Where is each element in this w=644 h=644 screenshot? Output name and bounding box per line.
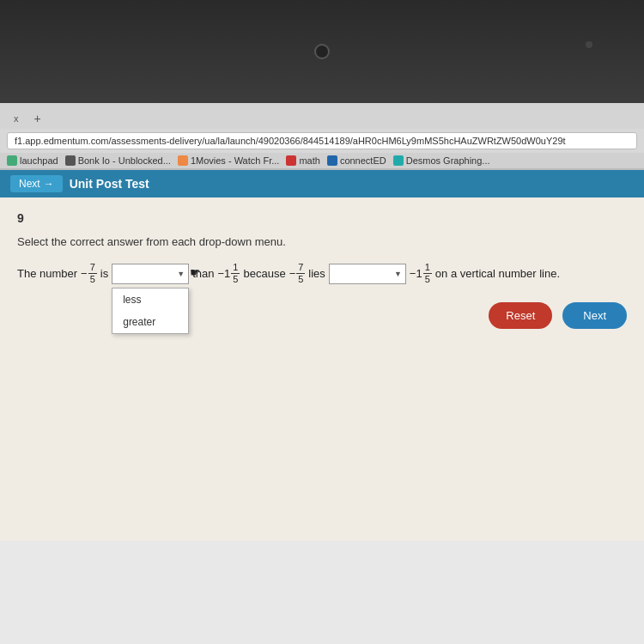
page-title: Unit Post Test (70, 177, 149, 191)
header-next-arrow: → (44, 178, 54, 190)
dropdown2-select[interactable]: above below (329, 264, 406, 284)
dropdown2-wrapper[interactable]: above below (329, 264, 406, 284)
sentence-is: is (100, 267, 108, 280)
dropdown1-select[interactable]: less greater (112, 264, 189, 284)
screen: x + f1.app.edmentum.com/assessments-deli… (0, 103, 644, 644)
sentence-than: than (192, 267, 214, 280)
bookmark-icon-lauchpad (7, 155, 17, 166)
sentence-because: because (243, 267, 285, 280)
sentence-lies: lies (308, 267, 325, 280)
number1: − 7 5 (81, 262, 97, 285)
header-next-label: Next (19, 178, 40, 190)
sentence-on-vertical: on a vertical number line. (435, 267, 560, 280)
bookmark-icon-desmos (393, 155, 404, 166)
content-area: 9 Select the correct answer from each dr… (0, 197, 644, 541)
question-number: 9 (17, 211, 627, 225)
number3: − 7 5 (289, 262, 306, 285)
number4: −1 1 5 (410, 262, 432, 285)
reset-button[interactable]: Reset (489, 302, 552, 329)
fraction-2: 1 5 (231, 262, 240, 285)
next-button[interactable]: Next (562, 302, 627, 329)
sentence-intro: The number (17, 267, 77, 280)
bookmark-lauchpad[interactable]: lauchpad (7, 155, 58, 166)
fraction-3: 7 5 (296, 262, 305, 285)
page-header: Next → Unit Post Test (0, 170, 644, 197)
fraction-4: 1 5 (423, 262, 432, 285)
question-sentence: The number − 7 5 is less greater (17, 262, 627, 285)
bookmark-icon-connected (327, 155, 337, 166)
bookmark-1movies[interactable]: 1Movies - Watch Fr... (178, 155, 280, 166)
action-buttons: Reset Next (17, 302, 627, 329)
url-input[interactable]: f1.app.edmentum.com/assessments-delivery… (7, 132, 637, 149)
bookmark-icon-math (286, 155, 296, 166)
bookmark-bonk[interactable]: Bonk Io - Unblocked... (65, 155, 171, 166)
bookmark-connected[interactable]: connectED (327, 155, 386, 166)
fraction-1: 7 5 (88, 262, 97, 285)
browser-chrome: x + f1.app.edmentum.com/assessments-deli… (0, 103, 644, 170)
dropdown1-menu[interactable]: less greater (112, 288, 189, 334)
dropdown1-wrapper[interactable]: less greater less greater ☛ (112, 264, 189, 284)
laptop-top-bezel (0, 0, 644, 103)
indicator-dot (586, 41, 592, 48)
tab-bar: x + (0, 103, 644, 129)
camera (314, 44, 330, 59)
number2: −1 1 5 (218, 262, 240, 285)
address-bar: f1.app.edmentum.com/assessments-delivery… (0, 129, 644, 153)
tab-close[interactable]: x (7, 110, 26, 127)
tab-new[interactable]: + (29, 108, 46, 129)
bookmark-icon-bonk (65, 155, 76, 166)
header-next-button[interactable]: Next → (10, 175, 63, 192)
question-instruction: Select the correct answer from each drop… (17, 235, 627, 248)
dropdown1-option-less[interactable]: less (112, 289, 188, 311)
dropdown1-option-greater[interactable]: greater (112, 311, 188, 333)
bookmark-math[interactable]: math (286, 155, 319, 166)
bookmark-desmos[interactable]: Desmos Graphing... (393, 155, 490, 166)
bookmarks-bar: lauchpad Bonk Io - Unblocked... 1Movies … (0, 153, 644, 169)
bookmark-icon-1movies (178, 155, 188, 166)
